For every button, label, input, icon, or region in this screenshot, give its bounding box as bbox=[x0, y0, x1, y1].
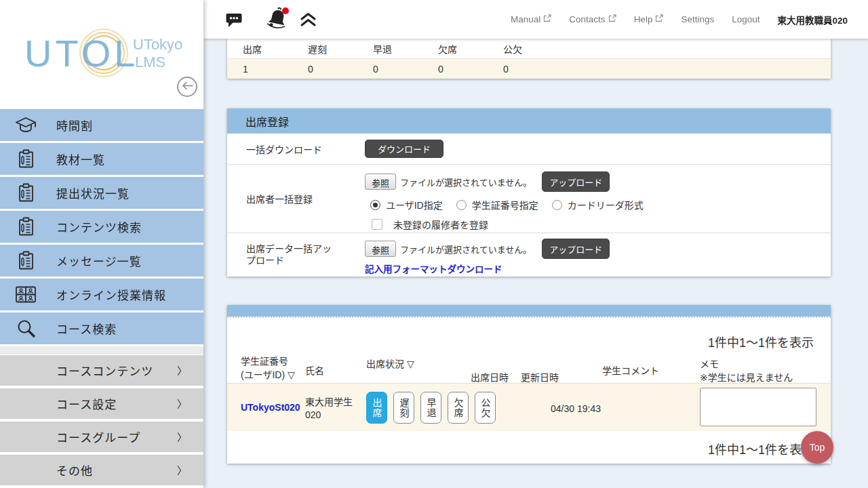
browse-button[interactable]: 参照 bbox=[365, 241, 396, 257]
sidebar-item-others[interactable]: その他 〉 bbox=[0, 455, 203, 485]
summary-header: 遅刻 bbox=[308, 42, 373, 56]
attendance-summary-table: 出席 遅刻 早退 欠席 公欠 1 0 0 0 0 bbox=[227, 39, 831, 79]
clipboard-icon bbox=[14, 149, 37, 169]
memo-textarea[interactable] bbox=[700, 388, 816, 426]
logout-link-label: Logout bbox=[732, 14, 760, 24]
sidebar-item-course-group[interactable]: コースグループ 〉 bbox=[0, 422, 203, 452]
student-name: 東大用学生020 bbox=[305, 396, 362, 422]
summary-value: 0 bbox=[373, 64, 438, 75]
header-line: 学生証番号 bbox=[241, 356, 288, 367]
no-file-text: ファイルが選択されていません。 bbox=[400, 176, 532, 188]
column-header-status[interactable]: 出席状況 ▽ bbox=[366, 357, 414, 371]
radio-button-icon[interactable] bbox=[552, 200, 562, 210]
radio-student-id[interactable]: 学生証番号指定 bbox=[456, 198, 538, 211]
sidebar-item-label: 提出状況一覧 bbox=[56, 184, 130, 201]
status-button-excused[interactable]: 公欠 bbox=[475, 392, 496, 424]
checkbox-icon[interactable] bbox=[372, 219, 382, 230]
logo-sub1: UTokyo bbox=[133, 36, 182, 53]
sidebar-item-label: 教材一覧 bbox=[56, 150, 105, 167]
chevron-right-icon: 〉 bbox=[177, 363, 187, 378]
radio-label: 学生証番号指定 bbox=[472, 198, 538, 211]
radio-user-id[interactable]: ユーザID指定 bbox=[370, 198, 443, 211]
scroll-to-top-button[interactable]: Top bbox=[801, 431, 833, 464]
sidebar-item-label: メッセージ一覧 bbox=[56, 252, 142, 269]
data-upload-label: 出席データ一括アップロード bbox=[227, 233, 365, 277]
summary-header: 早退 bbox=[373, 42, 438, 56]
result-count-bottom: 1件中1〜1件を表示 bbox=[708, 440, 814, 458]
column-header-student-id[interactable]: 学生証番号 (ユーザID) ▽ bbox=[241, 354, 295, 382]
radio-card-reader[interactable]: カードリーダ形式 bbox=[552, 198, 644, 211]
register-unenrolled-checkbox[interactable]: 未登録の履修者を登録 bbox=[372, 218, 644, 231]
radio-button-icon[interactable] bbox=[370, 200, 380, 210]
radio-label: ユーザID指定 bbox=[386, 198, 443, 211]
bulk-register-row: 出席者一括登録 参照 ファイルが選択されていません。 アップロード ユーザID指… bbox=[227, 165, 831, 233]
upload-button[interactable]: アップロード bbox=[542, 171, 610, 192]
status-button-early-leave[interactable]: 早退 bbox=[420, 392, 441, 424]
clipboard-icon bbox=[14, 217, 37, 237]
sidebar-divider bbox=[0, 346, 203, 354]
chevron-right-icon: 〉 bbox=[177, 396, 187, 411]
summary-value: 0 bbox=[308, 64, 373, 75]
header-line-sort: (ユーザID) ▽ bbox=[241, 369, 295, 380]
summary-value: 0 bbox=[503, 64, 568, 75]
result-count-top: 1件中1〜1件を表示 bbox=[708, 333, 814, 350]
sidebar-item-label: その他 bbox=[56, 462, 93, 479]
sidebar-item-course-contents[interactable]: コースコンテンツ 〉 bbox=[0, 355, 203, 386]
sidebar-item-label: コース設定 bbox=[56, 395, 117, 412]
attendance-register-panel: 出席登録 一括ダウンロード ダウンロード 出席者一括登録 参照 ファイルが選択さ… bbox=[227, 108, 831, 277]
student-row: UTokyoSt020 東大用学生020 出席 遅刻 早退 欠席 公欠 04/3… bbox=[227, 383, 831, 431]
sidebar-item-submissions[interactable]: 提出状況一覧 bbox=[0, 177, 203, 209]
external-link-icon bbox=[543, 14, 551, 24]
sidebar-item-label: コンテンツ検索 bbox=[56, 218, 142, 235]
notifications-bell-icon[interactable] bbox=[267, 7, 291, 35]
utol-logo-graphic: UTOL UTokyo LMS bbox=[24, 24, 184, 83]
topbar: Manual Contacts Help Settings Logout 東大用… bbox=[203, 0, 868, 39]
clipboard-icon bbox=[14, 251, 37, 270]
logout-link[interactable]: Logout bbox=[732, 14, 760, 24]
current-user-name: 東大用教職員020 bbox=[777, 13, 848, 26]
settings-link-label: Settings bbox=[681, 14, 714, 24]
collapse-up-icon[interactable] bbox=[299, 12, 317, 30]
chevron-right-icon: 〉 bbox=[177, 463, 187, 477]
sidebar-item-online-class[interactable]: オンライン授業情報 bbox=[0, 279, 203, 310]
bulk-register-controls: 参照 ファイルが選択されていません。 アップロード ユーザID指定 学生証番号指… bbox=[365, 165, 644, 232]
student-attendance-table: 1件中1〜1件を表示 学生証番号 (ユーザID) ▽ 氏名 出席状況 ▽ 出席日… bbox=[227, 305, 831, 464]
column-header-attend-time: 出席日時 bbox=[471, 371, 509, 384]
format-download-link[interactable]: 記入用フォーマットダウンロード bbox=[365, 262, 610, 275]
sidebar-item-label: オンライン授業情報 bbox=[56, 286, 166, 303]
help-link-label: Help bbox=[634, 14, 653, 24]
browse-button[interactable]: 参照 bbox=[365, 174, 396, 190]
sidebar-item-timetable[interactable]: 時間割 bbox=[0, 109, 203, 141]
sidebar-item-label: コース検索 bbox=[56, 320, 117, 337]
video-grid-icon bbox=[14, 285, 37, 304]
help-link[interactable]: Help bbox=[634, 14, 664, 24]
sidebar-item-materials[interactable]: 教材一覧 bbox=[0, 143, 203, 175]
download-button[interactable]: ダウンロード bbox=[365, 140, 443, 158]
status-button-late[interactable]: 遅刻 bbox=[393, 392, 414, 424]
manual-link[interactable]: Manual bbox=[511, 14, 551, 24]
sidebar-item-messages[interactable]: メッセージ一覧 bbox=[0, 245, 203, 277]
status-button-present[interactable]: 出席 bbox=[366, 392, 387, 424]
update-time-value: 04/30 19:43 bbox=[532, 403, 619, 414]
settings-link[interactable]: Settings bbox=[681, 14, 714, 24]
sidebar-item-content-search[interactable]: コンテンツ検索 bbox=[0, 211, 203, 243]
contacts-link[interactable]: Contacts bbox=[569, 14, 616, 24]
status-button-absent[interactable]: 欠席 bbox=[448, 392, 469, 424]
upload-button[interactable]: アップロード bbox=[542, 239, 610, 259]
messages-icon[interactable] bbox=[225, 11, 243, 32]
sidebar-item-label: 時間割 bbox=[56, 117, 93, 134]
sidebar-item-course-settings[interactable]: コース設定 〉 bbox=[0, 388, 203, 419]
radio-button-icon[interactable] bbox=[456, 200, 467, 210]
search-icon bbox=[14, 319, 37, 338]
clipboard-icon bbox=[14, 183, 37, 203]
data-upload-controls: 参照 ファイルが選択されていません。 アップロード 記入用フォーマットダウンロー… bbox=[365, 233, 610, 277]
notification-badge bbox=[282, 7, 289, 14]
sidebar-collapse-button[interactable] bbox=[177, 77, 197, 97]
manual-link-label: Manual bbox=[511, 14, 540, 24]
summary-header: 欠席 bbox=[438, 42, 503, 56]
student-id-link[interactable]: UTokyoSt020 bbox=[241, 402, 300, 413]
column-header-memo: メモ ※学生には見えません bbox=[700, 357, 793, 384]
sidebar-item-course-search[interactable]: コース検索 bbox=[0, 312, 203, 344]
panel-title: 出席登録 bbox=[227, 108, 831, 134]
table-header: 1件中1〜1件を表示 学生証番号 (ユーザID) ▽ 氏名 出席状況 ▽ 出席日… bbox=[227, 317, 831, 383]
